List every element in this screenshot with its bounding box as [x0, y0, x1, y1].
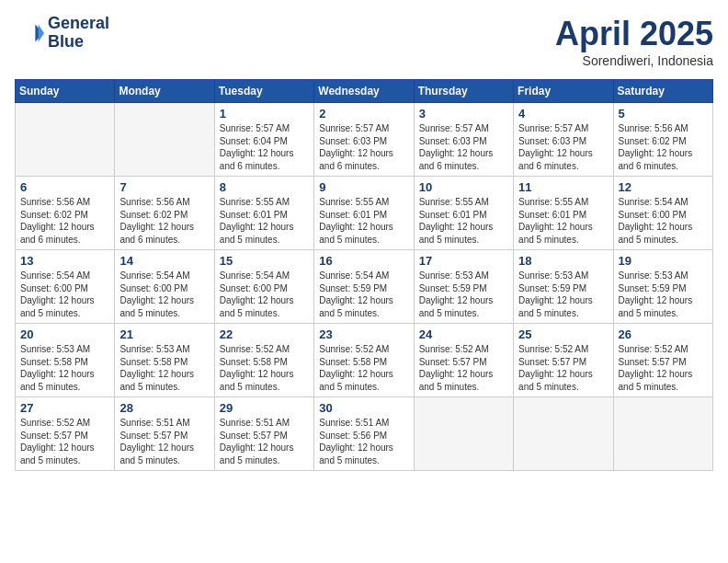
day-info: Sunrise: 5:54 AM Sunset: 6:00 PM Dayligh…	[619, 196, 708, 246]
day-number: 11	[518, 180, 608, 194]
calendar-cell: 21Sunrise: 5:53 AM Sunset: 5:58 PM Dayli…	[115, 324, 214, 397]
day-info: Sunrise: 5:53 AM Sunset: 5:58 PM Dayligh…	[119, 343, 209, 393]
day-info: Sunrise: 5:51 AM Sunset: 5:57 PM Dayligh…	[220, 417, 309, 466]
day-info: Sunrise: 5:51 AM Sunset: 5:56 PM Dayligh…	[319, 417, 408, 466]
day-number: 22	[220, 327, 309, 341]
day-number: 15	[220, 254, 309, 268]
day-number: 18	[518, 254, 608, 268]
calendar-cell	[613, 397, 712, 471]
day-number: 7	[119, 180, 209, 194]
calendar-cell: 20Sunrise: 5:53 AM Sunset: 5:58 PM Dayli…	[16, 324, 115, 397]
day-info: Sunrise: 5:56 AM Sunset: 6:02 PM Dayligh…	[20, 196, 109, 246]
day-number: 3	[419, 107, 508, 121]
day-info: Sunrise: 5:57 AM Sunset: 6:03 PM Dayligh…	[518, 122, 608, 172]
logo-text: General Blue	[48, 15, 109, 52]
day-number: 14	[119, 254, 209, 268]
calendar-cell	[115, 103, 214, 177]
day-info: Sunrise: 5:54 AM Sunset: 6:00 PM Dayligh…	[20, 270, 109, 319]
calendar-cell: 23Sunrise: 5:52 AM Sunset: 5:58 PM Dayli…	[314, 324, 414, 397]
logo-icon	[15, 18, 44, 48]
day-info: Sunrise: 5:52 AM Sunset: 5:57 PM Dayligh…	[20, 417, 109, 466]
col-header-friday: Friday	[514, 80, 613, 103]
logo: General Blue	[15, 15, 109, 52]
day-number: 25	[518, 327, 608, 341]
calendar-cell: 26Sunrise: 5:52 AM Sunset: 5:57 PM Dayli…	[613, 324, 712, 397]
day-number: 26	[619, 327, 708, 341]
day-number: 9	[319, 180, 408, 194]
day-info: Sunrise: 5:53 AM Sunset: 5:59 PM Dayligh…	[419, 270, 508, 319]
day-number: 5	[619, 107, 708, 121]
day-number: 2	[319, 107, 408, 121]
calendar-cell: 24Sunrise: 5:52 AM Sunset: 5:57 PM Dayli…	[414, 324, 513, 397]
calendar-cell: 18Sunrise: 5:53 AM Sunset: 5:59 PM Dayli…	[514, 250, 613, 324]
day-number: 4	[518, 107, 608, 121]
calendar-cell: 11Sunrise: 5:55 AM Sunset: 6:01 PM Dayli…	[514, 177, 613, 250]
calendar-cell	[514, 397, 613, 471]
calendar-cell: 22Sunrise: 5:52 AM Sunset: 5:58 PM Dayli…	[214, 324, 313, 397]
day-number: 28	[119, 401, 209, 415]
calendar-cell: 17Sunrise: 5:53 AM Sunset: 5:59 PM Dayli…	[414, 250, 513, 324]
day-info: Sunrise: 5:54 AM Sunset: 5:59 PM Dayligh…	[319, 270, 408, 319]
col-header-thursday: Thursday	[414, 80, 513, 103]
calendar-cell: 14Sunrise: 5:54 AM Sunset: 6:00 PM Dayli…	[115, 250, 214, 324]
day-info: Sunrise: 5:52 AM Sunset: 5:57 PM Dayligh…	[518, 343, 608, 393]
calendar-cell: 30Sunrise: 5:51 AM Sunset: 5:56 PM Dayli…	[314, 397, 414, 471]
day-number: 23	[319, 327, 408, 341]
day-number: 16	[319, 254, 408, 268]
calendar-cell: 12Sunrise: 5:54 AM Sunset: 6:00 PM Dayli…	[613, 177, 712, 250]
calendar-cell: 27Sunrise: 5:52 AM Sunset: 5:57 PM Dayli…	[16, 397, 115, 471]
day-number: 13	[20, 254, 109, 268]
calendar-cell: 15Sunrise: 5:54 AM Sunset: 6:00 PM Dayli…	[214, 250, 313, 324]
calendar-cell: 19Sunrise: 5:53 AM Sunset: 5:59 PM Dayli…	[613, 250, 712, 324]
day-info: Sunrise: 5:54 AM Sunset: 6:00 PM Dayligh…	[220, 270, 309, 319]
page-header: General Blue April 2025 Sorendiweri, Ind…	[15, 15, 713, 68]
calendar-table: SundayMondayTuesdayWednesdayThursdayFrid…	[15, 79, 713, 471]
day-number: 17	[419, 254, 508, 268]
calendar-cell	[414, 397, 513, 471]
calendar-cell: 29Sunrise: 5:51 AM Sunset: 5:57 PM Dayli…	[214, 397, 313, 471]
day-number: 30	[319, 401, 408, 415]
day-number: 24	[419, 327, 508, 341]
day-info: Sunrise: 5:55 AM Sunset: 6:01 PM Dayligh…	[419, 196, 508, 246]
day-info: Sunrise: 5:52 AM Sunset: 5:58 PM Dayligh…	[220, 343, 309, 393]
day-info: Sunrise: 5:55 AM Sunset: 6:01 PM Dayligh…	[220, 196, 309, 246]
day-info: Sunrise: 5:52 AM Sunset: 5:57 PM Dayligh…	[419, 343, 508, 393]
col-header-monday: Monday	[115, 80, 214, 103]
day-info: Sunrise: 5:52 AM Sunset: 5:57 PM Dayligh…	[619, 343, 708, 393]
day-info: Sunrise: 5:53 AM Sunset: 5:59 PM Dayligh…	[518, 270, 608, 319]
day-number: 12	[619, 180, 708, 194]
calendar-cell: 9Sunrise: 5:55 AM Sunset: 6:01 PM Daylig…	[314, 177, 414, 250]
calendar-cell: 4Sunrise: 5:57 AM Sunset: 6:03 PM Daylig…	[514, 103, 613, 177]
svg-marker-1	[39, 24, 44, 41]
col-header-tuesday: Tuesday	[214, 80, 313, 103]
location-subtitle: Sorendiweri, Indonesia	[555, 53, 713, 68]
day-number: 10	[419, 180, 508, 194]
day-info: Sunrise: 5:57 AM Sunset: 6:04 PM Dayligh…	[220, 122, 309, 172]
calendar-cell: 28Sunrise: 5:51 AM Sunset: 5:57 PM Dayli…	[115, 397, 214, 471]
day-number: 21	[119, 327, 209, 341]
col-header-sunday: Sunday	[16, 80, 115, 103]
day-number: 1	[220, 107, 309, 121]
calendar-cell: 3Sunrise: 5:57 AM Sunset: 6:03 PM Daylig…	[414, 103, 513, 177]
day-info: Sunrise: 5:57 AM Sunset: 6:03 PM Dayligh…	[319, 122, 408, 172]
col-header-saturday: Saturday	[613, 80, 712, 103]
calendar-cell: 16Sunrise: 5:54 AM Sunset: 5:59 PM Dayli…	[314, 250, 414, 324]
day-number: 6	[20, 180, 109, 194]
calendar-cell: 5Sunrise: 5:56 AM Sunset: 6:02 PM Daylig…	[613, 103, 712, 177]
col-header-wednesday: Wednesday	[314, 80, 414, 103]
day-number: 8	[220, 180, 309, 194]
calendar-cell: 1Sunrise: 5:57 AM Sunset: 6:04 PM Daylig…	[214, 103, 313, 177]
calendar-cell: 25Sunrise: 5:52 AM Sunset: 5:57 PM Dayli…	[514, 324, 613, 397]
day-info: Sunrise: 5:53 AM Sunset: 5:58 PM Dayligh…	[20, 343, 109, 393]
calendar-cell: 7Sunrise: 5:56 AM Sunset: 6:02 PM Daylig…	[115, 177, 214, 250]
calendar-cell: 6Sunrise: 5:56 AM Sunset: 6:02 PM Daylig…	[16, 177, 115, 250]
day-number: 19	[619, 254, 708, 268]
calendar-cell: 13Sunrise: 5:54 AM Sunset: 6:00 PM Dayli…	[16, 250, 115, 324]
day-info: Sunrise: 5:56 AM Sunset: 6:02 PM Dayligh…	[619, 122, 708, 172]
day-info: Sunrise: 5:55 AM Sunset: 6:01 PM Dayligh…	[518, 196, 608, 246]
calendar-cell	[16, 103, 115, 177]
day-info: Sunrise: 5:57 AM Sunset: 6:03 PM Dayligh…	[419, 122, 508, 172]
day-number: 29	[220, 401, 309, 415]
day-info: Sunrise: 5:54 AM Sunset: 6:00 PM Dayligh…	[119, 270, 209, 319]
title-block: April 2025 Sorendiweri, Indonesia	[555, 15, 713, 68]
